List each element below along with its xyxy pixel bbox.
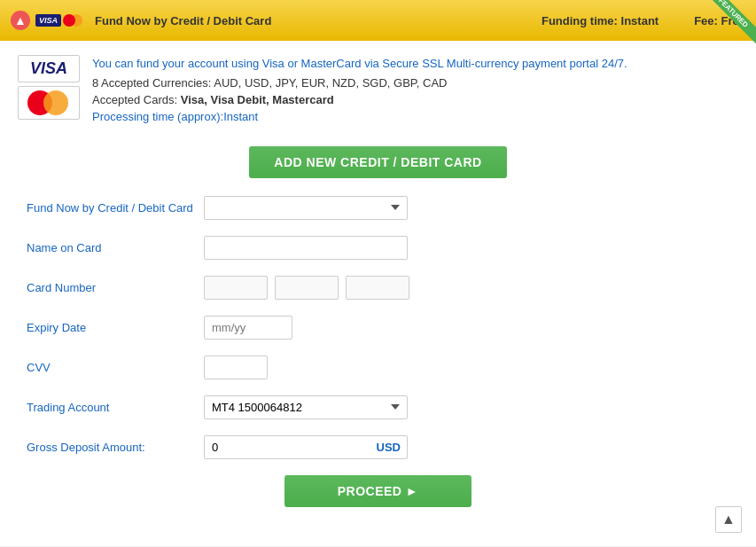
- name-input[interactable]: [204, 236, 408, 260]
- fund-dropdown[interactable]: [204, 196, 408, 220]
- funding-time: Funding time: Instant: [542, 14, 659, 27]
- card-num-field-3[interactable]: [346, 276, 409, 300]
- name-label: Name on Card: [27, 241, 204, 254]
- header-logo-area: ▲ VISA Fund Now by Credit / Debit Card: [11, 11, 271, 30]
- trading-account-label: Trading Account: [27, 401, 204, 414]
- expiry-row: Expiry Date: [27, 316, 738, 340]
- cvv-row: CVV: [27, 356, 738, 379]
- featured-badge: FEATURED: [703, 0, 756, 44]
- brand-logos: VISA: [18, 55, 80, 120]
- card-logos: VISA: [35, 14, 82, 27]
- expiry-input[interactable]: [204, 316, 292, 340]
- card-num-field-2[interactable]: [275, 276, 339, 300]
- featured-corner: FEATURED: [703, 0, 756, 53]
- expiry-label: Expiry Date: [27, 321, 204, 334]
- fund-row: Fund Now by Credit / Debit Card: [27, 196, 738, 220]
- trading-account-dropdown[interactable]: MT4 1500064812: [204, 395, 408, 419]
- header-bar: ▲ VISA Fund Now by Credit / Debit Card F…: [0, 0, 756, 41]
- info-text: You can fund your account using Visa or …: [92, 55, 738, 123]
- info-description: You can fund your account using Visa or …: [92, 55, 738, 73]
- visa-brand-logo: VISA: [18, 55, 80, 82]
- info-currencies: 8 Accepted Currencies: AUD, USD, JPY, EU…: [92, 76, 738, 90]
- card-number-group: [204, 276, 409, 300]
- mastercard-brand-logo: [18, 86, 80, 120]
- gross-deposit-row: Gross Deposit Amount: USD: [27, 435, 738, 459]
- form-section: Fund Now by Credit / Debit Card Name on …: [18, 196, 738, 459]
- info-accepted-cards: Accepted Cards: Visa, Visa Debit, Master…: [92, 93, 738, 106]
- name-row: Name on Card: [27, 236, 738, 260]
- trading-account-row: Trading Account MT4 1500064812: [27, 395, 738, 419]
- header-title: Fund Now by Credit / Debit Card: [95, 14, 271, 27]
- mastercard-small-logo: [63, 14, 82, 27]
- scroll-up-button[interactable]: ▲: [715, 506, 742, 533]
- add-card-button[interactable]: ADD NEW CREDIT / DEBIT CARD: [249, 146, 506, 178]
- visa-small-logo: VISA: [35, 14, 61, 27]
- gross-deposit-wrap: USD: [204, 435, 408, 459]
- proceed-button[interactable]: PROCEED ►: [284, 475, 472, 507]
- proceed-section: PROCEED ►: [18, 475, 738, 507]
- cvv-label: CVV: [27, 361, 204, 374]
- fund-label: Fund Now by Credit / Debit Card: [27, 201, 204, 215]
- card-num-field-1[interactable]: [204, 276, 268, 300]
- gross-deposit-input[interactable]: [204, 435, 408, 459]
- info-processing: Processing time (approx):Instant: [92, 110, 738, 123]
- card-number-row: Card Number: [27, 276, 738, 300]
- arrow-up-icon: ▲: [11, 11, 30, 30]
- card-number-label: Card Number: [27, 281, 204, 294]
- add-card-section: ADD NEW CREDIT / DEBIT CARD: [18, 146, 738, 178]
- info-section: VISA You can fund your account using Vis…: [18, 55, 738, 132]
- cvv-input[interactable]: [204, 356, 268, 379]
- gross-deposit-label: Gross Deposit Amount:: [27, 441, 204, 454]
- main-content: VISA You can fund your account using Vis…: [0, 41, 756, 546]
